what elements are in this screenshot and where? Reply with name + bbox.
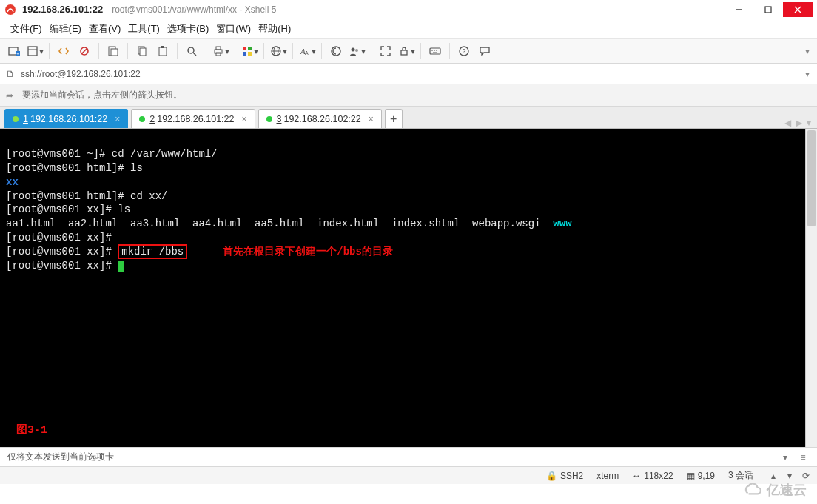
svg-rect-17 (161, 46, 164, 48)
status-down-icon[interactable]: ▾ (783, 469, 796, 483)
tab-nav-right-icon[interactable]: ▶ (796, 118, 802, 128)
tab-list-icon[interactable]: ▾ (807, 118, 811, 128)
svg-point-0 (5, 4, 16, 15)
svg-line-11 (81, 48, 87, 54)
highlighted-command: mkdir /bbs (118, 244, 187, 259)
status-dot-icon (266, 116, 272, 122)
hint-bar: ➦ 要添加当前会话，点击左侧的箭头按钮。 (0, 84, 817, 107)
new-session-icon[interactable]: + (4, 41, 24, 61)
find-icon[interactable] (182, 41, 201, 61)
tab-strip: 1 192.168.26.101:22 × 2 192.168.26.101:2… (0, 107, 817, 129)
tab-close-icon[interactable]: × (115, 114, 120, 124)
svg-rect-26 (248, 52, 252, 56)
menu-file[interactable]: 文件(F) (10, 22, 42, 36)
svg-point-34 (355, 49, 358, 52)
figure-label: 图3-1 (16, 423, 47, 438)
svg-rect-13 (111, 49, 118, 56)
status-dot-icon (139, 116, 145, 122)
keyboard-icon[interactable] (426, 41, 445, 61)
svg-rect-8 (28, 47, 37, 56)
send-dropdown-icon[interactable]: ▾ (779, 451, 792, 464)
paste-icon[interactable] (153, 41, 172, 61)
svg-rect-36 (430, 48, 440, 54)
script-icon[interactable] (326, 41, 346, 61)
menu-help[interactable]: 帮助(H) (258, 22, 291, 36)
menu-tabs[interactable]: 选项卡(B) (167, 22, 209, 36)
properties-icon[interactable] (104, 41, 123, 61)
svg-rect-15 (140, 48, 146, 56)
session-tab-3[interactable]: 3 192.168.26.102:22 × (258, 109, 382, 128)
svg-text:+: + (16, 51, 19, 56)
copy-icon[interactable] (132, 41, 152, 61)
open-session-icon[interactable]: ▾ (25, 41, 44, 61)
address-overflow-icon[interactable]: ▾ (802, 69, 813, 79)
font-icon[interactable]: AA▾ (297, 41, 317, 61)
title-ip: 192.168.26.101:22 (22, 4, 103, 15)
grid-icon: ▦ (687, 471, 695, 481)
users-icon[interactable]: ▾ (347, 41, 366, 61)
encoding-icon[interactable]: ▾ (269, 41, 288, 61)
status-cursor-pos: ▦9,19 (687, 471, 715, 481)
cursor (118, 261, 124, 272)
menu-window[interactable]: 窗口(W) (216, 22, 251, 36)
reconnect-icon[interactable] (54, 41, 73, 61)
tab-nav-left-icon[interactable]: ◀ (784, 118, 791, 128)
menu-tools[interactable]: 工具(T) (128, 22, 160, 36)
svg-rect-24 (248, 47, 252, 50)
tab-close-icon[interactable]: × (369, 114, 374, 124)
toolbar-overflow-icon[interactable]: ▾ (802, 46, 813, 56)
terminal-output[interactable]: [root@vms001 ~]# cd /var/www/html/ [root… (0, 129, 805, 447)
address-input[interactable] (21, 69, 802, 79)
status-sync-icon[interactable]: ⟳ (799, 469, 813, 483)
terminal-scrollbar[interactable] (805, 129, 817, 447)
hint-arrow-icon[interactable]: ➦ (6, 90, 18, 101)
svg-text:?: ? (462, 47, 465, 55)
close-button[interactable] (783, 2, 813, 17)
minimize-button[interactable] (724, 2, 753, 17)
toolbar: + ▾ ▾ ▾ ▾ AA▾ ▾ ▾ ? ▾ (0, 38, 817, 64)
window-controls (724, 2, 813, 17)
svg-rect-23 (243, 47, 246, 50)
scrollbar-thumb[interactable] (807, 130, 816, 226)
annotation-text: 首先在根目录下创建一个/bbs的目录 (223, 246, 393, 258)
titlebar: 192.168.26.101:22 root@vms001:/var/www/h… (0, 0, 817, 19)
session-tab-1[interactable]: 1 192.168.26.101:22 × (4, 109, 128, 128)
svg-rect-16 (159, 47, 167, 56)
menu-view[interactable]: 查看(V) (89, 22, 121, 36)
title-path: root@vms001:/var/www/html/xx - Xshell 5 (112, 4, 276, 15)
menu-edit[interactable]: 编辑(E) (50, 22, 81, 36)
svg-rect-35 (401, 50, 407, 55)
svg-rect-2 (765, 7, 771, 13)
svg-point-18 (188, 47, 194, 53)
send-target-text: 仅将文本发送到当前选项卡 (7, 451, 114, 463)
svg-line-19 (193, 53, 196, 56)
status-bar: 🔒SSH2 xterm ↔118x22 ▦9,19 3 会话 ▴ ▾ ⟳ (0, 466, 817, 484)
status-sessions: 3 会话 (728, 469, 753, 482)
status-ssh: 🔒SSH2 (546, 471, 583, 481)
app-icon (4, 4, 16, 16)
address-bar: 🗋 ▾ (0, 64, 817, 84)
status-up-icon[interactable]: ▴ (767, 469, 780, 483)
size-icon: ↔ (632, 471, 641, 481)
color-icon[interactable]: ▾ (240, 41, 259, 61)
maximize-button[interactable] (753, 2, 783, 17)
status-size: ↔118x22 (632, 471, 673, 481)
lock-icon[interactable]: ▾ (397, 41, 416, 61)
address-lock-icon: 🗋 (4, 69, 16, 79)
svg-point-33 (351, 48, 354, 52)
svg-rect-25 (243, 52, 246, 56)
hint-text: 要添加当前会话，点击左侧的箭头按钮。 (22, 89, 182, 101)
session-tab-2[interactable]: 2 192.168.26.101:22 × (131, 109, 255, 128)
new-tab-button[interactable]: + (385, 109, 403, 128)
help-icon[interactable]: ? (454, 41, 474, 61)
tab-close-icon[interactable]: × (241, 114, 246, 124)
print-icon[interactable]: ▾ (211, 41, 230, 61)
comment-icon[interactable] (475, 41, 494, 61)
svg-text:A: A (305, 50, 309, 56)
lock-small-icon: 🔒 (546, 471, 557, 481)
fullscreen-icon[interactable] (376, 41, 395, 61)
status-dot-icon (13, 116, 19, 122)
disconnect-icon[interactable] (75, 41, 94, 61)
send-menu-icon[interactable]: ≡ (796, 451, 810, 464)
terminal-area[interactable]: [root@vms001 ~]# cd /var/www/html/ [root… (0, 129, 817, 447)
